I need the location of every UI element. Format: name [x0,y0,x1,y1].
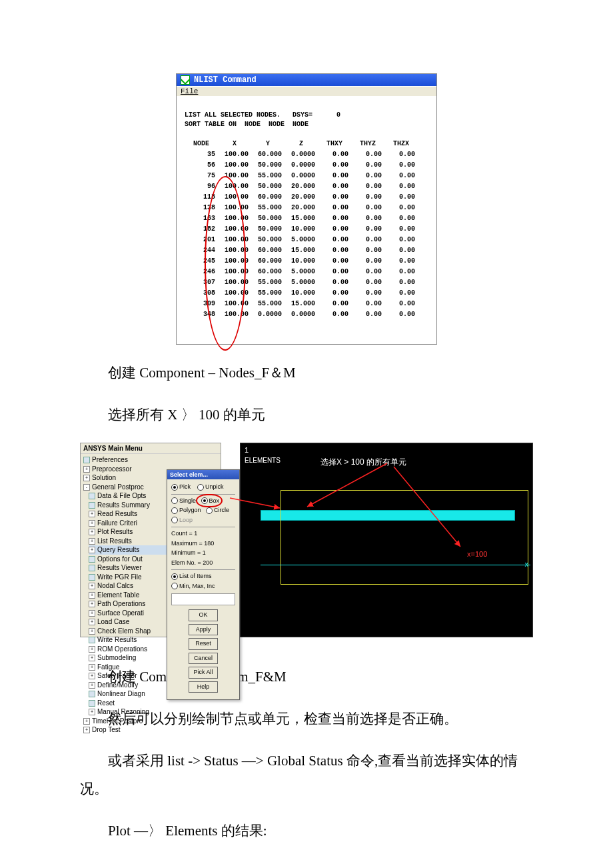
paragraph-list-status: 或者采用 list -> Status —> Global Status 命令,… [80,747,533,803]
tree-expand-icon[interactable]: + [89,709,95,715]
tree-item-label: TimeHist Postpro [92,717,143,725]
radio-pick[interactable] [171,484,178,491]
tree-expand-icon[interactable]: + [89,529,95,535]
table-row: 56100.0050.0000.00000.000.000.00 [185,160,418,171]
help-button[interactable]: Help [189,681,218,693]
table-row: 244100.0060.00015.0000.000.000.00 [185,245,418,256]
tree-leaf-icon[interactable] [89,565,95,571]
tree-expand-icon[interactable]: + [89,628,95,635]
tree-item[interactable]: +TimeHist Postpro [83,717,218,726]
tree-expand-icon[interactable]: + [89,682,95,689]
ok-button[interactable]: OK [189,609,218,621]
radio-min-max-inc[interactable] [171,583,178,589]
radio-polygon[interactable] [171,507,178,514]
tree-item-label: Surface Operati [97,609,144,617]
tree-expand-icon[interactable]: + [83,718,90,725]
nlist-menu-file[interactable]: File [177,86,436,96]
tree-expand-icon[interactable]: + [89,538,95,545]
table-row: 75100.0055.0000.00000.000.000.00 [185,171,418,181]
col-thzx: THZX [384,139,418,149]
table-row: 163100.0050.00015.0000.000.000.00 [185,213,418,224]
table-row: 348100.000.00000.00000.000.000.00 [185,309,418,320]
tree-item-label: Nonlinear Diagn [97,690,145,697]
tree-expand-icon[interactable]: + [89,592,95,599]
radio-unpick[interactable] [197,484,204,491]
picked-items-input[interactable] [171,593,235,605]
tree-item-label: Safety Factor [97,672,137,679]
ansys-logo-icon [181,75,190,85]
tree-expand-icon[interactable]: + [83,475,90,481]
paragraph-create-nodes-component: 创建 Component – Nodes_F＆M [80,359,533,387]
tree-expand-icon[interactable]: + [89,520,95,527]
elemno-label: Elem No. = 200 [171,559,235,568]
tree-expand-icon[interactable]: + [89,583,95,589]
nlist-titlebar: NLIST Command [177,74,436,86]
table-row: 35100.0060.0000.00000.000.000.00 [185,149,418,160]
tree-leaf-icon[interactable] [89,691,95,697]
pick-all-button[interactable]: Pick All [189,667,218,679]
table-row: 245100.0060.00010.0000.000.000.00 [185,256,418,267]
tree-item-label: Manual Rezoning [97,708,149,715]
tree-leaf-icon[interactable] [89,700,95,707]
table-row: 201100.0050.0005.00000.000.000.00 [185,235,418,245]
tree-item-label: Write PGR File [97,573,142,581]
tree-item-label: Nodal Calcs [97,582,133,589]
tree-item-label: Solution [92,474,116,481]
col-node: NODE [185,139,218,149]
graphics-viewport[interactable]: 1 ELEMENTS 选择X > 100 的所有单元 x=100 x [240,443,533,637]
nlist-header-row: NODE X Y Z THXY THYZ THZX [185,139,418,149]
tree-item-label: Results Viewer [97,564,142,571]
tree-expand-icon[interactable]: + [89,601,95,607]
tree-leaf-icon[interactable] [89,502,95,509]
select-elem-dialog[interactable]: Select elem... Pick Unpick Single Box [167,469,240,700]
tree-leaf-icon[interactable] [89,556,95,563]
table-row: 118100.0060.00020.0000.000.000.00 [185,192,418,203]
tree-expand-icon[interactable]: + [89,664,95,671]
nlist-header2: SORT TABLE ON NODE NODE NODE [185,121,308,128]
tree-leaf-icon[interactable] [89,574,95,581]
vp-x-axis-label: x [525,560,529,568]
reset-button[interactable]: Reset [189,638,218,650]
tree-expand-icon[interactable]: + [89,673,95,679]
tree-expand-icon[interactable]: + [89,610,95,617]
tree-leaf-icon[interactable] [83,457,90,463]
tree-expand-icon[interactable]: + [89,619,95,625]
tree-expand-icon[interactable]: + [89,646,95,653]
table-row: 307100.0055.0005.00000.000.000.00 [185,277,418,288]
apply-button[interactable]: Apply [189,624,218,636]
tree-expand-icon[interactable]: - [83,484,90,491]
tree-item-label: Plot Results [97,528,133,535]
radio-single[interactable] [171,497,178,504]
tree-expand-icon[interactable]: + [83,727,90,733]
tree-leaf-icon[interactable] [89,493,95,499]
paragraph-select-x-gt-100: 选择所有 X 〉 100 的单元 [80,401,533,429]
vp-annotation-text: 选择X > 100 的所有单元 [320,457,406,468]
tree-expand-icon[interactable]: + [89,511,95,517]
ansys-screenshot: www.bdocx.com ANSYS Main Menu Preference… [80,443,533,636]
tree-expand-icon[interactable]: + [83,466,90,473]
vp-label-elements: ELEMENTS [245,457,281,464]
radio-circle[interactable] [206,507,213,514]
tree-leaf-icon[interactable] [89,637,95,643]
tree-item-label: Define/Modify [97,681,138,689]
tree-item[interactable]: Preferences [83,455,218,465]
ansys-main-menu-title: ANSYS Main Menu [81,443,221,454]
tree-item-label: Results Summary [97,501,150,509]
tree-item[interactable]: +Drop Test [83,725,218,735]
nlist-title-text: NLIST Command [194,75,257,85]
tree-item[interactable]: +Manual Rezoning [89,707,218,717]
tree-expand-icon[interactable]: + [89,655,95,661]
max-label: Maximum = 180 [171,539,235,549]
tree-item-label: Read Results [97,510,137,517]
vp-x100-label: x=100 [467,550,487,558]
tree-item-label: Failure Criteri [97,519,137,527]
tree-item-label: Write Results [97,636,137,643]
box-radio-highlight-annotation [196,494,223,507]
table-row: 308100.0055.00010.0000.000.000.00 [185,288,418,299]
tree-item-label: Drop Test [92,726,121,733]
cancel-button[interactable]: Cancel [189,653,218,665]
radio-list-items[interactable] [171,573,178,580]
tree-item-label: General Postproc [92,483,144,491]
tree-expand-icon[interactable]: + [89,547,95,553]
paragraph-plot-elements-result: Plot —〉 Elements 的结果: [80,817,533,845]
